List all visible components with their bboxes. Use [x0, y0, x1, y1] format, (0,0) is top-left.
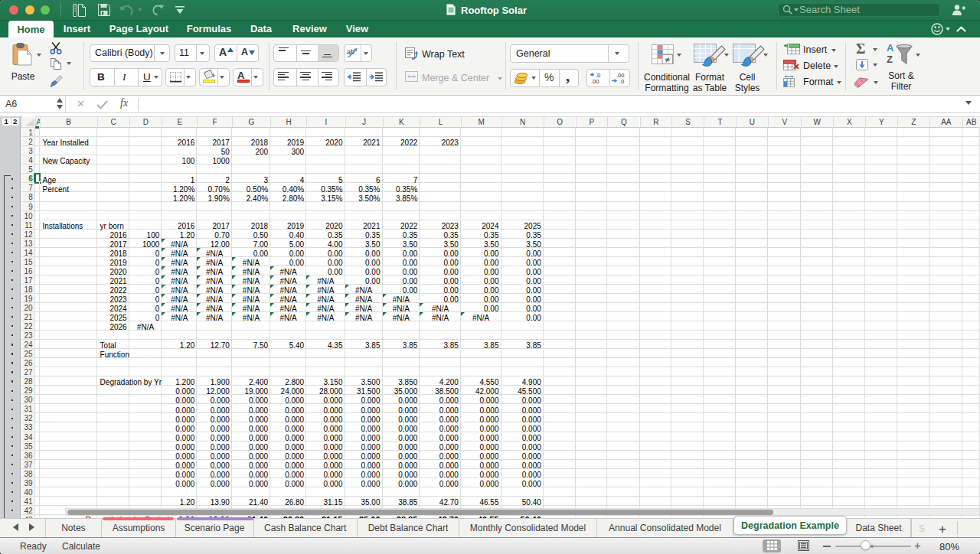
svg-text:≠: ≠ — [665, 55, 670, 64]
svg-text:.00: .00 — [591, 78, 599, 85]
svg-text:.0: .0 — [619, 78, 624, 85]
